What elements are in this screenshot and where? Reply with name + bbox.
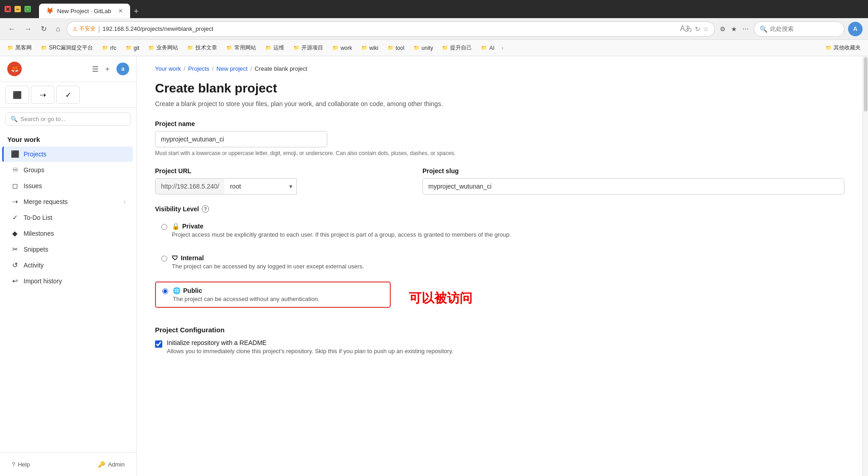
admin-label: Admin bbox=[108, 461, 125, 468]
tab-close-button[interactable]: ✕ bbox=[118, 8, 123, 14]
bookmark-item-git[interactable]: 📁git bbox=[122, 44, 143, 53]
sidebar-item-projects[interactable]: ⬛ Projects bbox=[2, 146, 133, 162]
project-slug-label: Project slug bbox=[422, 167, 844, 175]
breadcrumb-current: Create blank project bbox=[255, 65, 307, 72]
sidebar-avatar[interactable]: a bbox=[116, 63, 129, 75]
visibility-private-radio[interactable] bbox=[161, 224, 167, 230]
title-bar: ✕ − □ 🦊 New Project · GitLab ✕ + bbox=[0, 0, 868, 18]
bookmark-item-jsw[interactable]: 📁技术文章 bbox=[184, 43, 221, 53]
breadcrumb-your-work[interactable]: Your work bbox=[155, 65, 181, 72]
active-tab[interactable]: 🦊 New Project · GitLab ✕ bbox=[39, 4, 130, 18]
info-icon[interactable]: ? bbox=[202, 205, 209, 213]
project-slug-section: Project slug bbox=[422, 167, 844, 194]
import-history-icon: ↩ bbox=[11, 277, 19, 285]
more-button[interactable]: ⋯ bbox=[741, 24, 750, 34]
project-name-input[interactable] bbox=[155, 131, 327, 147]
your-work-label: Your work bbox=[0, 130, 136, 146]
sidebar-item-import-history-label: Import history bbox=[24, 277, 62, 285]
bookmark-item-yw[interactable]: 📁业务网站 bbox=[145, 43, 182, 53]
star-icon[interactable]: ☆ bbox=[703, 25, 709, 33]
minimize-button[interactable]: − bbox=[15, 6, 21, 12]
bookmark-item-hkw[interactable]: 📁黑客网 bbox=[4, 43, 35, 53]
sidebar-item-activity[interactable]: ↺ Activity bbox=[4, 257, 133, 273]
visibility-internal-desc: The project can be accessed by any logge… bbox=[172, 263, 364, 270]
forward-button[interactable]: → bbox=[22, 23, 34, 35]
new-item-button[interactable]: ＋ bbox=[104, 64, 111, 74]
breadcrumb-sep-1: / bbox=[184, 65, 185, 72]
init-readme-row: Initialize repository with a README Allo… bbox=[155, 339, 844, 355]
url-namespace-select[interactable]: root bbox=[224, 178, 297, 194]
init-readme-checkbox[interactable] bbox=[155, 340, 162, 348]
bookmark-item-ai[interactable]: 📁AI bbox=[477, 44, 498, 53]
bookmark-item-work[interactable]: 📁work bbox=[329, 44, 355, 53]
admin-button[interactable]: 🔑 Admin bbox=[93, 458, 129, 471]
gitlab-logo[interactable]: 🦊 bbox=[7, 62, 22, 76]
visibility-internal-content: 🛡 Internal The project can be accessed b… bbox=[172, 254, 364, 270]
project-name-hint: Must start with a lowercase or uppercase… bbox=[155, 150, 844, 156]
visibility-public-desc: The project can be accessed without any … bbox=[173, 296, 320, 302]
home-button[interactable]: ⌂ bbox=[53, 23, 63, 35]
sidebar-item-issues[interactable]: ◻ Issues bbox=[4, 178, 133, 194]
bookmark-item-kyx[interactable]: 📁开源项目 bbox=[290, 43, 327, 53]
address-bar[interactable]: ⚠ 不安全 | 192.168.5.240/projects/new#blank… bbox=[67, 21, 715, 37]
breadcrumb-projects[interactable]: Projects bbox=[188, 65, 209, 72]
extensions-button[interactable]: ⚙ bbox=[718, 24, 727, 34]
new-tab-button[interactable]: + bbox=[130, 5, 142, 18]
sidebar-item-milestones[interactable]: ◆ Milestones bbox=[4, 226, 133, 241]
sidebar-item-todo[interactable]: ✓ To-Do List bbox=[4, 210, 133, 225]
close-button[interactable]: ✕ bbox=[5, 6, 11, 12]
init-readme-desc: Allows you to immediately clone this pro… bbox=[167, 348, 453, 355]
breadcrumb-new-project[interactable]: New project bbox=[217, 65, 248, 72]
sidebar-item-merge-requests[interactable]: ⇢ Merge requests › bbox=[4, 194, 133, 209]
visibility-private-option: 🔒 Private Project access must be explici… bbox=[155, 218, 844, 243]
bookmark-item-yw2[interactable]: 📁运维 bbox=[262, 43, 288, 53]
sidebar-item-import-history[interactable]: ↩ Import history bbox=[4, 273, 133, 289]
search-bar[interactable]: 🔍 bbox=[754, 21, 844, 37]
maximize-button[interactable]: □ bbox=[24, 6, 31, 12]
project-slug-input[interactable] bbox=[422, 178, 844, 194]
refresh-button[interactable]: ↻ bbox=[38, 23, 49, 35]
sidebar-item-groups[interactable]: ♾ Groups bbox=[4, 162, 133, 178]
visibility-internal-radio[interactable] bbox=[161, 256, 167, 262]
annotation-text: 可以被访问 bbox=[409, 290, 472, 307]
sidebar-item-snippets[interactable]: ✂ Snippets bbox=[4, 242, 133, 257]
visibility-public-radio[interactable] bbox=[162, 288, 168, 294]
visibility-label: Visibility Level bbox=[155, 205, 199, 213]
right-scrollbar[interactable] bbox=[863, 56, 868, 476]
public-option-row: 🌐 Public The project can be accessed wit… bbox=[155, 282, 844, 315]
shield-icon: 🛡 bbox=[172, 254, 178, 262]
help-button[interactable]: ? Help bbox=[7, 458, 34, 471]
issues-icon: ◻ bbox=[11, 182, 19, 190]
breadcrumb-sep-3: / bbox=[250, 65, 252, 72]
bookmark-item-cyw[interactable]: 📁常用网站 bbox=[223, 43, 260, 53]
visibility-private-content: 🔒 Private Project access must be explici… bbox=[172, 223, 511, 238]
bookmark-item-wiki[interactable]: 📁wiki bbox=[358, 44, 382, 53]
visibility-section: Visibility Level ? 🔒 Private Project acc… bbox=[155, 205, 844, 315]
projects-icon-btn[interactable]: ⬛ bbox=[5, 86, 29, 104]
bookmark-item-unity[interactable]: 📁unity bbox=[410, 44, 436, 53]
page-title: Create blank project bbox=[155, 81, 844, 96]
visibility-private-desc: Project access must be explicitly grante… bbox=[172, 231, 511, 238]
search-input[interactable] bbox=[770, 25, 834, 32]
bookmark-item-ts[interactable]: 📁提升自己 bbox=[438, 43, 475, 53]
bookmark-item-other[interactable]: 📁其他收藏夹 bbox=[822, 43, 864, 53]
bookmark-item-rfc[interactable]: 📁rfc bbox=[98, 44, 120, 53]
favorites-button[interactable]: ★ bbox=[730, 24, 738, 34]
search-icon: 🔍 bbox=[760, 25, 767, 33]
tab-bar: 🦊 New Project · GitLab ✕ + bbox=[34, 0, 863, 18]
bookmark-item-tool[interactable]: 📁tool bbox=[384, 44, 408, 53]
bookmark-item-src[interactable]: 📁SRC漏洞提交平台 bbox=[37, 43, 97, 53]
address-text: 192.168.5.240/projects/new#blank_project bbox=[102, 25, 677, 32]
sidebar-search[interactable]: 🔍 Search or go to... bbox=[5, 112, 131, 126]
sidebar-search-label: Search or go to... bbox=[20, 116, 66, 122]
snippets-icon: ✂ bbox=[11, 245, 19, 253]
sidebar-toggle-button[interactable]: ☰ bbox=[92, 65, 98, 73]
tab-favicon: 🦊 bbox=[46, 7, 53, 15]
back-button[interactable]: ← bbox=[5, 23, 18, 35]
issues-icon-btn[interactable]: ✓ bbox=[56, 86, 80, 104]
url-row: http://192.168.5.240/ root ▾ bbox=[155, 178, 409, 194]
merge-requests-icon-btn[interactable]: ⇢ bbox=[31, 86, 54, 104]
more-bookmarks-button[interactable]: › bbox=[502, 45, 504, 51]
sidebar-footer: ? Help 🔑 Admin bbox=[0, 452, 136, 476]
sidebar-item-merge-requests-label: Merge requests bbox=[24, 198, 68, 205]
